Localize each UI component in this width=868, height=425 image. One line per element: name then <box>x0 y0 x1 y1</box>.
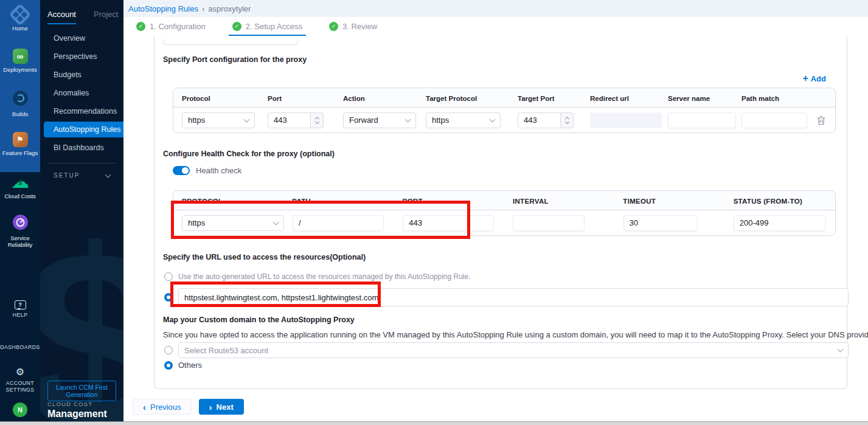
port-config-table: Protocol Port Action Target Protocol Tar… <box>173 88 836 133</box>
sidebar-item-budgets[interactable]: Budgets <box>40 66 123 84</box>
sidebar-item-perspectives[interactable]: Perspectives <box>40 47 123 66</box>
port-input[interactable] <box>268 112 311 128</box>
hc-status-input[interactable] <box>734 215 826 231</box>
hc-timeout-input[interactable] <box>623 215 698 231</box>
col-path-match: Path match <box>741 95 779 102</box>
rail-item-service-reliability[interactable]: Service Reliability <box>0 215 40 248</box>
custom-domain-title: Map your Custom domain to the AutoStoppi… <box>163 316 355 324</box>
deployments-icon: ∞ <box>13 49 28 64</box>
rail-label: DASHBOARDS <box>0 344 40 351</box>
step-review[interactable]: ✓ 3. Review <box>325 17 381 36</box>
product-eyebrow: CLOUD COST <box>47 401 107 407</box>
others-radio[interactable] <box>164 361 173 370</box>
target-port-input[interactable] <box>518 112 561 128</box>
col-action: Action <box>343 95 365 102</box>
sidebar-item-anomalies[interactable]: Anomalies <box>40 84 123 102</box>
tab-project[interactable]: Project <box>94 10 118 24</box>
step-label: 1. Configuration <box>150 22 206 31</box>
col-redirect-url: Redirect url <box>590 95 629 102</box>
others-option-row: Others <box>164 361 202 370</box>
redirect-url-input[interactable] <box>590 112 662 128</box>
others-label: Others <box>178 361 202 370</box>
step-setup-access[interactable]: ✓ 2. Setup Access <box>229 17 306 36</box>
action-select[interactable]: Forward <box>343 112 416 128</box>
health-check-toggle[interactable] <box>173 166 190 175</box>
custom-url-input[interactable] <box>178 288 849 306</box>
health-table-row: https <box>173 210 835 235</box>
rail-item-home[interactable]: Home <box>0 5 40 32</box>
col-hc-port: PORT <box>403 198 423 205</box>
port-config-title: Specify Port configuration for the proxy <box>163 55 307 64</box>
step-label: 3. Review <box>342 22 377 31</box>
chevron-right-icon: › <box>209 403 212 412</box>
delete-row-button[interactable] <box>817 116 825 125</box>
auto-url-option-label: Use the auto-generated URL to access the… <box>178 272 471 281</box>
stepper-arrows-icon[interactable] <box>311 112 324 128</box>
port-stepper[interactable] <box>268 112 335 128</box>
hc-interval-input[interactable] <box>513 215 585 231</box>
rail-item-account-settings[interactable]: ⚙ ACCOUNT SETTINGS <box>0 367 40 393</box>
route53-radio[interactable] <box>164 346 173 354</box>
breadcrumb-current: asproxytyler <box>208 4 251 13</box>
col-hc-timeout: TIMEOUT <box>623 198 656 205</box>
step-configuration[interactable]: ✓ 1. Configuration <box>133 17 209 36</box>
route53-account-select[interactable]: Select Route53 account <box>178 342 849 358</box>
rail-item-deployments[interactable]: ∞ Deployments <box>0 49 40 73</box>
service-reliability-icon <box>13 215 28 230</box>
server-name-input[interactable] <box>668 112 736 128</box>
product-name: Management <box>47 409 107 420</box>
path-match-input[interactable] <box>741 112 807 128</box>
health-check-title: Configure Health Check for the proxy (op… <box>163 150 335 158</box>
auto-url-option-row: Use the auto-generated URL to access the… <box>164 272 471 281</box>
ccm-sidebar: $ Account Project Overview Perspectives … <box>40 0 123 425</box>
stepper-arrows-icon[interactable] <box>561 112 574 128</box>
action-value: Forward <box>349 116 378 125</box>
sidebar-item-recommendations[interactable]: Recommendations <box>40 102 123 120</box>
breadcrumb: AutoStopping Rules › asproxytyler <box>123 0 868 17</box>
port-table-row: https Forward <box>173 108 835 133</box>
launch-ccm-first-gen-button[interactable]: Launch CCM First Generation <box>47 381 116 401</box>
rail-label: HELP <box>0 312 40 319</box>
user-avatar[interactable]: N <box>0 403 40 417</box>
col-target-protocol: Target Protocol <box>426 95 477 102</box>
target-protocol-select[interactable]: https <box>426 112 501 128</box>
sidebar-item-autostopping-rules[interactable]: AutoStopping Rules <box>44 122 123 137</box>
health-check-toggle-label: Health check <box>196 166 241 175</box>
chevron-down-icon <box>838 347 844 353</box>
rail-item-cloud-costs[interactable]: ☁$ Cloud Costs <box>0 174 40 199</box>
health-check-toggle-row: Health check <box>173 166 241 175</box>
auto-url-radio[interactable] <box>164 272 173 281</box>
rail-item-dashboards[interactable]: DASHBOARDS <box>0 332 40 351</box>
hc-path-input[interactable] <box>293 215 384 231</box>
scope-tabs: Account Project <box>40 0 123 24</box>
health-table-header: PROTOCOL PATH PORT INTERVAL TIMEOUT STAT… <box>173 191 835 210</box>
sidebar-divider <box>47 163 116 164</box>
hc-port-input[interactable] <box>403 215 494 231</box>
protocol-select[interactable]: https <box>182 112 255 128</box>
hc-protocol-select[interactable]: https <box>182 215 284 231</box>
module-rail: Home ∞ Deployments Builds ⚑ Feature Flag… <box>0 0 40 425</box>
breadcrumb-autostopping-link[interactable]: AutoStopping Rules <box>128 4 198 13</box>
rail-label: Service Reliability <box>0 235 40 248</box>
rail-item-builds[interactable]: Builds <box>0 91 40 117</box>
harness-home-icon <box>12 5 28 22</box>
rail-item-help[interactable]: ? HELP <box>0 298 40 319</box>
previous-button[interactable]: ‹ Previous <box>133 399 192 415</box>
col-hc-path: PATH <box>292 198 311 205</box>
sidebar-item-overview[interactable]: Overview <box>40 29 123 47</box>
rail-item-feature-flags[interactable]: ⚑ Feature Flags <box>0 132 40 156</box>
check-icon: ✓ <box>329 22 338 31</box>
gear-icon: ⚙ <box>16 367 24 377</box>
add-port-row-button[interactable]: + Add <box>802 73 826 84</box>
step-label: 2. Setup Access <box>246 22 302 31</box>
url-section-title: Specify the URL used to access the resou… <box>163 253 366 261</box>
chevron-down-icon <box>405 116 411 122</box>
next-button[interactable]: › Next <box>199 399 244 415</box>
sidebar-item-bi-dashboards[interactable]: BI Dashboards <box>40 139 123 157</box>
target-port-stepper[interactable] <box>518 112 582 128</box>
custom-url-radio[interactable] <box>164 293 173 302</box>
sidebar-setup-group[interactable]: SETUP <box>40 168 123 179</box>
dashboards-icon <box>0 332 40 342</box>
scrolled-input-remnant <box>163 39 298 45</box>
tab-account[interactable]: Account <box>47 10 76 24</box>
